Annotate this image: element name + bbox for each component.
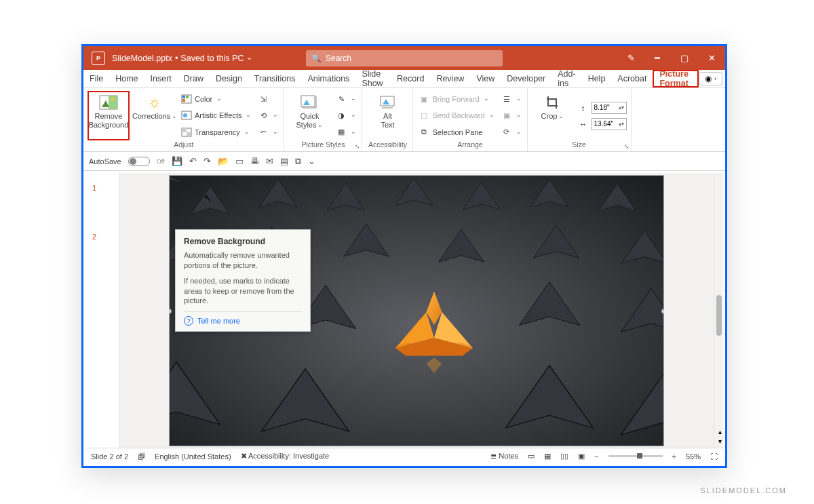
align-button[interactable]: ☰ [500,92,523,106]
tab-review[interactable]: Review [430,70,470,88]
new-icon[interactable]: ▭ [235,156,244,167]
arrange-label: Arrange [417,140,522,150]
status-bar: Slide 2 of 2 🗐 English (United States) ✖… [85,448,723,464]
tab-acrobat[interactable]: Acrobat [611,70,653,88]
watermark: SLIDEMODEL.COM [700,486,787,495]
camera-button[interactable]: ◉› [699,72,722,85]
remove-background-label: Remove Background [89,112,129,129]
ribbon: Remove Background ☼ Corrections Color Ar… [83,88,725,152]
print-icon[interactable]: 🖶 [250,156,259,167]
bring-forward-icon: ▣ [419,94,429,104]
tell-me-more-link[interactable]: ? Tell me more [184,311,302,326]
tab-addins[interactable]: Add-ins [551,70,581,88]
artistic-effects-button[interactable]: Artistic Effects [180,109,252,123]
notes-button[interactable]: ≣ Notes [490,452,518,461]
redo-icon[interactable]: ↷ [204,156,211,167]
tab-design[interactable]: Design [210,70,248,88]
svg-rect-6 [186,96,189,98]
reading-view-icon[interactable]: ▯▯ [560,452,568,461]
change-picture-button[interactable]: ⟲ [256,109,279,123]
svg-rect-12 [187,132,191,136]
zoom-in-button[interactable]: + [672,452,676,461]
eyedropper-icon[interactable]: ✎ [618,53,644,63]
tab-file[interactable]: File [83,70,109,88]
border-icon: ✎ [336,94,347,104]
color-button[interactable]: Color [180,92,252,106]
alt-text-button[interactable]: Alt Text [366,91,408,140]
tooltip-desc-2: If needed, use marks to indicate areas t… [184,276,302,307]
copy-icon[interactable]: ⧉ [295,156,301,167]
bring-forward-button[interactable]: ▣Bring Forward [417,92,495,106]
crop-button[interactable]: Crop [532,91,574,140]
transparency-button[interactable]: Transparency [180,125,252,139]
tab-animations[interactable]: Animations [302,70,356,88]
tab-slideshow[interactable]: Slide Show [355,70,391,88]
vertical-scrollbar[interactable]: ▴ ▾ [714,173,723,448]
tab-draw[interactable]: Draw [178,70,210,88]
picture-border-button[interactable]: ✎ [334,92,357,106]
slide-counter[interactable]: Slide 2 of 2 [91,452,128,461]
scroll-up-icon[interactable]: ▴ [718,428,722,435]
reset-icon: ⤺ [258,127,269,138]
picture-layout-button[interactable]: ▦ [334,125,357,139]
scrollbar-thumb[interactable] [716,295,722,336]
height-input[interactable]: 8.18"▴▾ [592,102,627,114]
tab-picture-format[interactable]: Picture Format [653,70,699,88]
autosave-toggle[interactable] [128,157,150,166]
present-icon[interactable]: ▤ [280,156,288,167]
zoom-level[interactable]: 55% [686,452,701,461]
sorter-view-icon[interactable]: ▦ [544,452,551,461]
zoom-out-button[interactable]: − [594,452,598,461]
close-button[interactable]: ✕ [698,46,725,70]
picture-effects-button[interactable]: ◑ [334,109,357,123]
tab-insert[interactable]: Insert [144,70,178,88]
accessibility-label: Accessibility [366,140,408,150]
remove-background-tooltip: Remove Background Automatically remove u… [175,229,311,332]
transparency-icon [181,127,192,138]
width-input[interactable]: 13.64"▴▾ [592,118,627,130]
email-icon[interactable]: ✉ [266,156,273,167]
undo-icon[interactable]: ↶ [189,156,197,167]
remove-background-button[interactable]: Remove Background [88,91,130,140]
thumb-2[interactable]: 2 [85,233,119,241]
normal-view-icon[interactable]: ▭ [528,452,535,461]
rotate-button[interactable]: ⟳ [500,125,523,139]
tab-transitions[interactable]: Transitions [248,70,302,88]
tab-help[interactable]: Help [582,70,612,88]
scroll-down-icon[interactable]: ▾ [718,438,722,445]
maximize-button[interactable]: ▢ [671,46,698,70]
align-icon: ☰ [501,94,512,104]
group-button[interactable]: ▣ [500,109,523,123]
corrections-button[interactable]: ☼ Corrections [134,91,176,140]
resize-handle-right[interactable] [661,309,664,314]
accessibility-status[interactable]: ✖ Accessibility: Investigate [241,452,330,461]
thumb-1[interactable]: 1 [85,184,119,192]
tab-view[interactable]: View [470,70,501,88]
open-icon[interactable]: 📂 [218,156,229,167]
zoom-slider[interactable] [608,455,663,457]
slideshow-view-icon[interactable]: ▣ [578,452,585,461]
quick-styles-button[interactable]: Quick Styles [288,91,330,140]
tab-record[interactable]: Record [391,70,430,88]
save-icon[interactable]: 💾 [172,156,182,167]
picture-styles-label: Picture Styles [288,140,357,150]
selection-pane-button[interactable]: ⧉Selection Pane [417,125,495,139]
minimize-button[interactable]: ━ [644,46,671,70]
send-backward-icon: ▢ [419,110,429,121]
picture-styles-launcher-icon[interactable]: ⤡ [355,143,360,150]
more-icon[interactable]: ⌄ [308,156,315,167]
send-backward-button[interactable]: ▢Send Backward [417,109,495,123]
reset-picture-button[interactable]: ⤺ [256,125,279,139]
save-state[interactable]: Saved to this PC [180,54,252,63]
group-icon: ▣ [501,110,512,121]
notes-indicator-icon[interactable]: 🗐 [138,452,145,461]
language-status[interactable]: English (United States) [155,452,231,461]
fit-window-icon[interactable]: ⛶ [710,452,718,461]
tab-home[interactable]: Home [109,70,144,88]
svg-point-9 [183,113,187,117]
compress-pictures-button[interactable]: ⇲ [256,92,279,106]
tab-developer[interactable]: Developer [501,70,551,88]
size-label: Size [532,140,627,150]
size-launcher-icon[interactable]: ⤡ [624,143,629,150]
search-input[interactable]: 🔍 Search [306,50,503,66]
